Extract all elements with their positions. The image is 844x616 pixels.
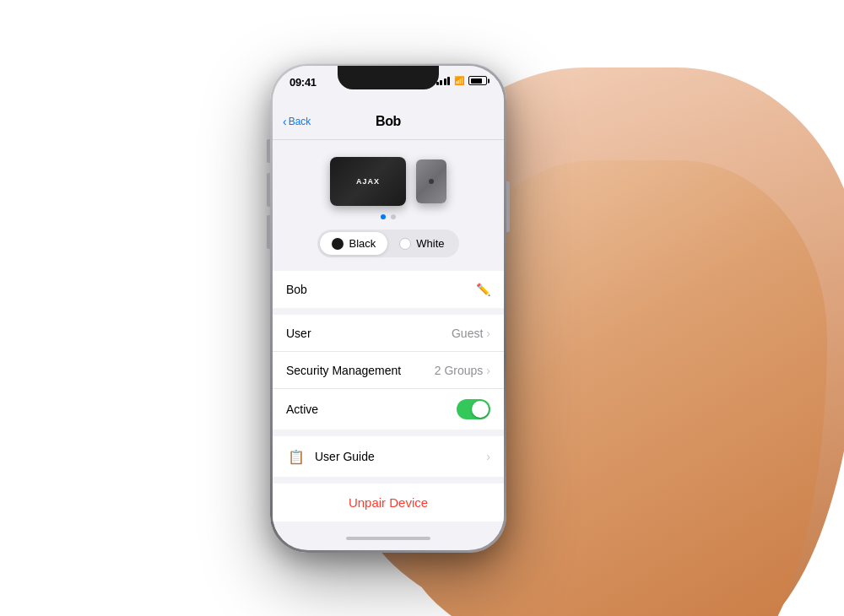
device-preview: AJAX [273,140,504,214]
volume-down-button[interactable] [267,215,270,249]
user-guide-row[interactable]: 📋 User Guide › [273,436,504,477]
home-bar [346,537,430,540]
user-guide-section: 📋 User Guide › [273,436,504,477]
black-label: Black [349,237,376,250]
page-indicator-1[interactable] [381,214,386,219]
mute-button[interactable] [267,139,270,163]
security-value: 2 Groups › [435,364,490,377]
battery-icon [468,76,487,85]
security-management-row[interactable]: Security Management 2 Groups › [273,352,504,389]
page-indicator-2[interactable] [391,214,396,219]
device-name: Bob [286,283,307,296]
color-option-black[interactable]: Black [320,232,387,255]
security-value-text: 2 Groups [435,364,484,377]
user-value-text: Guest [452,327,483,340]
tag-device-image [416,159,446,203]
active-toggle[interactable] [457,399,490,419]
content-area: AJAX Black [273,140,504,528]
user-label: User [286,327,311,340]
user-chevron-icon: › [486,327,490,340]
name-row: Bob ✏️ [273,271,504,308]
black-dot-icon [332,238,344,250]
color-selector: Black White [317,230,458,257]
power-button[interactable] [506,181,510,232]
back-chevron-icon: ‹ [283,115,287,128]
security-label: Security Management [286,364,401,377]
ajax-logo: AJAX [356,177,380,186]
white-dot-icon [399,238,411,250]
guide-left: 📋 User Guide [286,446,375,467]
back-label: Back [289,116,311,127]
card-device-image: AJAX [330,157,406,206]
user-guide-label: User Guide [315,450,375,463]
unpair-section: Unpair Device [273,484,504,521]
phone-wrapper: 09:41 📶 [270,63,506,553]
user-row[interactable]: User Guest › [273,315,504,352]
page-title: Bob [376,114,401,129]
status-icons: 📶 [436,76,488,85]
settings-section: User Guest › Security Management 2 Group… [273,315,504,430]
home-indicator [273,528,504,548]
scene: 09:41 📶 [0,0,844,616]
status-bar: 09:41 📶 [273,66,504,103]
edit-icon[interactable]: ✏️ [476,283,490,296]
guide-chevron-icon: › [486,450,490,463]
color-option-white[interactable]: White [387,232,456,255]
active-row: Active [273,389,504,430]
toggle-thumb [472,401,489,418]
unpair-button[interactable]: Unpair Device [273,484,504,521]
tag-dot [429,179,434,184]
white-label: White [416,237,444,250]
navigation-bar: ‹ Back Bob [273,103,504,140]
security-chevron-icon: › [486,364,490,377]
notch [338,66,439,89]
status-time: 09:41 [289,76,316,89]
page-indicators [273,214,504,230]
user-guide-icon: 📋 [286,446,306,467]
phone-screen: 09:41 📶 [273,66,504,550]
wifi-icon: 📶 [454,76,464,85]
phone-frame: 09:41 📶 [270,63,506,553]
active-label: Active [286,403,318,416]
volume-up-button[interactable] [267,173,270,207]
user-value: Guest › [452,327,490,340]
back-button[interactable]: ‹ Back [283,115,311,128]
name-section: Bob ✏️ [273,271,504,308]
